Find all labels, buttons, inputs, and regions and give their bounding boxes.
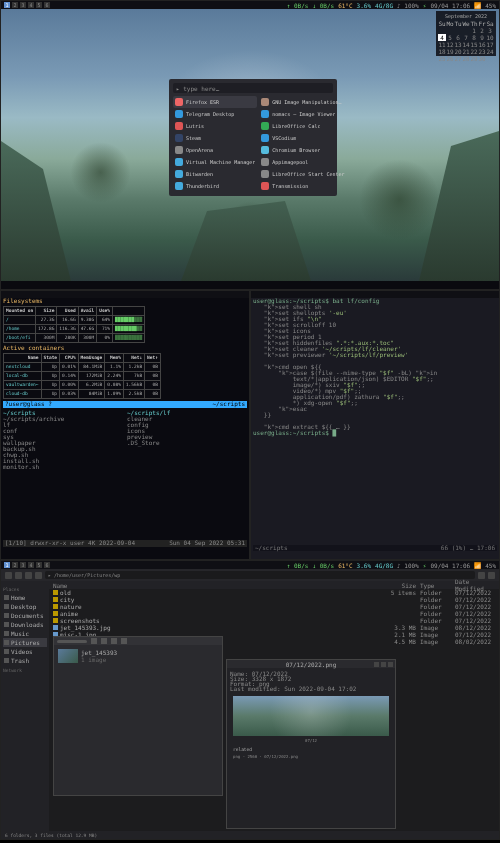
calendar-widget: September 2022 SuMoTuWeThFrSa12345678910… — [436, 11, 496, 56]
file-icon — [53, 618, 58, 623]
workspace-tag-4[interactable]: 4 — [28, 562, 34, 568]
term-bottom: [1/10] drwxr-xr-x user 4K 2022-09-04Sun … — [3, 540, 247, 547]
launcher-item[interactable]: Thunderbird — [173, 180, 257, 192]
launcher-item[interactable]: LibreOffice Calc — [259, 120, 346, 132]
launcher-item[interactable]: Virtual Machine Manager — [173, 156, 257, 168]
workspace-tag-4[interactable]: 4 — [28, 2, 34, 8]
folder-icon — [4, 613, 9, 618]
sidebar-item[interactable]: Trash — [3, 656, 47, 665]
workspace-tag-6[interactable]: 6 — [44, 562, 50, 568]
app-label: Thunderbird — [186, 183, 219, 189]
back-icon[interactable] — [5, 572, 12, 579]
app-icon — [261, 182, 269, 190]
editor-pane: user@glass:~/scripts$ bat lf/config "k">… — [250, 290, 500, 560]
app-label: nomacs – Image Viewer — [272, 111, 335, 117]
sidebar-item[interactable]: Home — [3, 593, 47, 602]
app-label: OpenArena — [186, 147, 213, 153]
launcher-item[interactable]: Transmission — [259, 180, 346, 192]
status-temp: 61°C — [338, 2, 352, 9]
term-section-fs: Filesystems — [3, 298, 247, 304]
workspace-tag-1[interactable]: 1 — [4, 2, 10, 8]
app-label: VSCodium — [272, 135, 296, 141]
app-icon — [175, 170, 183, 178]
col-name[interactable]: Name — [49, 582, 381, 589]
star-icon[interactable] — [111, 638, 117, 644]
bottombar: 123456 ↑ 0B/s↓ 0B/s61°C3.6%4G/8G♪ 100%⚡0… — [1, 1, 499, 9]
folder-icon — [4, 604, 9, 609]
breadcrumb[interactable]: ▸ /home/user/Pictures/wp — [45, 571, 475, 579]
col-size[interactable]: Size — [381, 582, 416, 589]
app-icon — [261, 146, 269, 154]
launcher-item[interactable]: Bitwarden — [173, 168, 257, 180]
launcher-item[interactable]: nomacs – Image Viewer — [259, 108, 346, 120]
thumb-image-icon — [58, 649, 78, 663]
file-row[interactable]: cityFolder07/12/2022 — [49, 596, 499, 603]
app-icon — [175, 158, 183, 166]
terminal-content[interactable]: Filesystems Mounted onSizeUsedAvailUse%/… — [3, 298, 247, 547]
workspace-tag-3[interactable]: 3 — [20, 562, 26, 568]
image-viewer: 07/12/2022.png Name: 07/12/2022Size: 332… — [226, 659, 396, 829]
workspace-tag-5[interactable]: 5 — [36, 562, 42, 568]
file-icon — [53, 604, 58, 609]
file-row[interactable]: natureFolder07/12/2022 — [49, 603, 499, 610]
fm-sidebar: Places HomeDesktopDocumentsDownloadsMusi… — [1, 581, 49, 831]
app-launcher: ▸ type here… Firefox ESRTelegram Desktop… — [169, 79, 337, 196]
workspace-tag-3[interactable]: 3 — [20, 2, 26, 8]
maximize-icon[interactable] — [381, 662, 386, 667]
viewer-image[interactable] — [233, 696, 389, 736]
app-icon — [175, 98, 183, 106]
launcher-item[interactable]: Appimagepool — [259, 156, 346, 168]
file-row[interactable]: old5 itemsFolder07/12/2022 — [49, 589, 499, 596]
sidebar-item[interactable]: Music — [3, 629, 47, 638]
workspace-tag-2[interactable]: 2 — [12, 2, 18, 8]
sidebar-item[interactable]: Downloads — [3, 620, 47, 629]
up-icon[interactable] — [25, 572, 32, 579]
app-icon — [261, 98, 269, 106]
sidebar-item[interactable]: Documents — [3, 611, 47, 620]
editor-pos: 66 (1%) … 17:06 — [441, 545, 495, 551]
fm-statusbar: 6 folders, 3 files (total 12.9 MB) — [1, 831, 499, 839]
trash-icon[interactable] — [121, 638, 127, 644]
launcher-item[interactable]: GNU Image Manipulation… — [259, 96, 346, 108]
zoom-slider[interactable] — [57, 640, 87, 643]
col-type[interactable]: Type — [416, 582, 451, 589]
home-icon[interactable] — [35, 572, 42, 579]
workspace-tag-5[interactable]: 5 — [36, 2, 42, 8]
folder-icon — [4, 658, 9, 663]
launcher-search[interactable]: ▸ type here… — [173, 83, 333, 93]
file-row[interactable]: screenshotsFolder07/12/2022 — [49, 617, 499, 624]
app-icon — [175, 122, 183, 130]
close-icon[interactable] — [388, 662, 393, 667]
editor-content[interactable]: user@glass:~/scripts$ bat lf/config "k">… — [253, 298, 497, 551]
desktop-pane: 123456 ↑ 0B/s↓ 0B/s61°C3.6%4G/8G♪ 100%⚡0… — [0, 0, 500, 290]
minimize-icon[interactable] — [374, 662, 379, 667]
file-row[interactable]: jet_145393.jpg3.3 MBImage08/12/2022 — [49, 624, 499, 631]
file-row[interactable]: animeFolder07/12/2022 — [49, 610, 499, 617]
thumb-item[interactable]: jet_1453931 image — [58, 649, 218, 663]
grid-icon[interactable] — [91, 638, 97, 644]
launcher-item[interactable]: VSCodium — [259, 132, 346, 144]
rotate-icon[interactable] — [101, 638, 107, 644]
folder-icon — [4, 649, 9, 654]
sidebar-item[interactable]: Videos — [3, 647, 47, 656]
sidebar-group-places: Places — [3, 587, 47, 592]
launcher-item[interactable]: Lutris — [173, 120, 257, 132]
term-status-line: ?user@glass ?~/scripts — [3, 401, 247, 408]
app-label: Telegram Desktop — [186, 111, 234, 117]
status-mem: 4G/8G — [375, 562, 393, 569]
launcher-item[interactable]: Steam — [173, 132, 257, 144]
app-label: Firefox ESR — [186, 99, 219, 105]
launcher-item[interactable]: LibreOffice Start Center — [259, 168, 346, 180]
launcher-item[interactable]: Chromium Browser — [259, 144, 346, 156]
sidebar-item[interactable]: Pictures — [3, 638, 47, 647]
related-row[interactable]: png · 2560 · 07/12/2022.png — [233, 754, 389, 759]
launcher-item[interactable]: OpenArena — [173, 144, 257, 156]
workspace-tag-2[interactable]: 2 — [12, 562, 18, 568]
sidebar-item[interactable]: Desktop — [3, 602, 47, 611]
app-label: Appimagepool — [272, 159, 308, 165]
workspace-tag-6[interactable]: 6 — [44, 2, 50, 8]
launcher-item[interactable]: Firefox ESR — [173, 96, 257, 108]
forward-icon[interactable] — [15, 572, 22, 579]
launcher-item[interactable]: Telegram Desktop — [173, 108, 257, 120]
workspace-tag-1[interactable]: 1 — [4, 562, 10, 568]
